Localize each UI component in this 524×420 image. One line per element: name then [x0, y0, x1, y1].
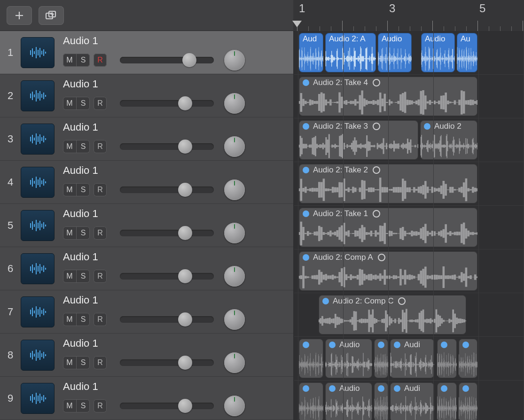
record-enable-button[interactable]: R	[94, 270, 107, 283]
mute-button[interactable]: M	[63, 313, 77, 326]
audio-region[interactable]: Audio	[378, 33, 412, 72]
region-label: Audio	[425, 34, 445, 44]
record-enable-button[interactable]: R	[94, 140, 107, 153]
record-enable-button[interactable]: R	[94, 183, 107, 196]
volume-slider[interactable]	[120, 100, 214, 107]
solo-button[interactable]: S	[77, 140, 90, 153]
audio-region[interactable]: Audio	[325, 382, 372, 420]
pan-knob[interactable]	[224, 136, 245, 157]
arrange-lane[interactable]: Audio 2: Take 1	[294, 206, 524, 249]
record-enable-button[interactable]: R	[94, 97, 107, 110]
pan-knob[interactable]	[224, 266, 245, 287]
pan-knob[interactable]	[224, 50, 245, 70]
track-header[interactable]: 9 Audio 1 M S R	[0, 377, 293, 420]
audio-region[interactable]: Audi	[390, 339, 434, 378]
audio-region[interactable]: Audio 2: A	[325, 33, 376, 72]
volume-slider[interactable]	[120, 403, 214, 409]
volume-slider[interactable]	[120, 273, 214, 280]
track-header[interactable]: 3 Audio 1 M S R	[0, 117, 293, 161]
pan-knob[interactable]	[224, 396, 245, 416]
comp-ring-icon	[373, 123, 380, 130]
solo-button[interactable]: S	[77, 270, 90, 283]
mute-button[interactable]: M	[63, 183, 77, 196]
arrange-lane[interactable]: AudioAudi	[294, 381, 524, 420]
audio-region[interactable]: Au	[457, 33, 477, 72]
pan-knob[interactable]	[224, 223, 245, 243]
track-header[interactable]: 4 Audio 1 M S R	[0, 161, 293, 204]
track-name[interactable]: Audio 1	[63, 78, 293, 90]
audio-region[interactable]: Audio	[325, 339, 372, 378]
track-name[interactable]: Audio 1	[63, 164, 293, 177]
track-header[interactable]: 7 Audio 1 M S R	[0, 290, 293, 334]
mute-button[interactable]: M	[63, 356, 77, 369]
track-header[interactable]: 2 Audio 1 M S R	[0, 74, 293, 117]
mute-button[interactable]: M	[63, 140, 77, 153]
arrange-lane[interactable]: AudAudio 2: AAudioAudioAu	[294, 31, 524, 75]
track-header[interactable]: 6 Audio 1 M S R	[0, 247, 293, 290]
track-name[interactable]: Audio 1	[63, 208, 293, 220]
audio-region[interactable]	[299, 382, 323, 420]
track-name[interactable]: Audio 1	[63, 294, 293, 306]
pan-knob[interactable]	[224, 179, 245, 200]
volume-slider[interactable]	[120, 316, 214, 323]
track-header[interactable]: 1 Audio 1 M S R	[0, 31, 293, 74]
record-enable-button[interactable]: R	[94, 226, 107, 240]
track-name[interactable]: Audio 1	[63, 251, 293, 263]
arrange-lane[interactable]: Audio 2: Comp C	[294, 293, 524, 337]
arrange-lane[interactable]: Audio 2: Take 3Audio 2	[294, 118, 524, 162]
pan-knob[interactable]	[224, 309, 245, 330]
record-enable-button[interactable]: R	[94, 399, 107, 412]
solo-button[interactable]: S	[77, 356, 90, 369]
timeline-ruler[interactable]: 135	[293, 0, 524, 31]
audio-region[interactable]	[459, 339, 477, 378]
track-header[interactable]: 5 Audio 1 M S R	[0, 204, 293, 247]
track-name[interactable]: Audio 1	[63, 35, 293, 47]
waveform	[299, 395, 323, 420]
duplicate-track-button[interactable]	[39, 6, 64, 25]
pan-knob[interactable]	[224, 93, 245, 114]
solo-button[interactable]: S	[77, 54, 90, 67]
audio-region[interactable]	[459, 382, 477, 420]
audio-region[interactable]	[299, 339, 323, 378]
audio-region[interactable]: Audio	[421, 33, 455, 72]
record-enable-button[interactable]: R	[94, 313, 107, 326]
solo-button[interactable]: S	[77, 313, 90, 326]
audio-region[interactable]: Audio 2	[420, 120, 477, 160]
mute-button[interactable]: M	[63, 226, 77, 240]
arrange-area[interactable]: AudAudio 2: AAudioAudioAuAudio 2: Take 4…	[294, 31, 524, 420]
volume-slider[interactable]	[120, 359, 214, 366]
waveform-icon	[21, 80, 55, 111]
track-header[interactable]: 8 Audio 1 M S R	[0, 334, 293, 377]
track-name[interactable]: Audio 1	[63, 381, 293, 393]
solo-button[interactable]: S	[77, 183, 90, 196]
track-name[interactable]: Audio 1	[63, 337, 293, 350]
pan-knob[interactable]	[224, 352, 245, 373]
arrange-lane[interactable]: Audio 2: Comp A	[294, 249, 524, 293]
track-name[interactable]: Audio 1	[63, 121, 293, 133]
record-enable-button[interactable]: R	[94, 356, 107, 369]
volume-slider[interactable]	[120, 57, 214, 63]
arrange-lane[interactable]: Audio 2: Take 2	[294, 162, 524, 206]
audio-region[interactable]: Audio 2: Take 3	[299, 120, 418, 160]
audio-region[interactable]	[437, 382, 457, 420]
audio-region[interactable]	[374, 339, 388, 378]
volume-slider[interactable]	[120, 230, 214, 236]
mute-button[interactable]: M	[63, 270, 77, 283]
volume-slider[interactable]	[120, 143, 214, 150]
solo-button[interactable]: S	[77, 399, 90, 412]
arrange-lane[interactable]: Audio 2: Take 4	[294, 75, 524, 118]
mute-button[interactable]: M	[63, 54, 77, 67]
solo-button[interactable]: S	[77, 226, 90, 240]
record-enable-button[interactable]: R	[94, 54, 107, 67]
audio-region[interactable]	[437, 339, 457, 378]
audio-region[interactable]: Audi	[390, 382, 434, 420]
mute-button[interactable]: M	[63, 97, 77, 110]
audio-region[interactable]: Aud	[299, 33, 323, 72]
audio-region[interactable]: Audio 2: Comp C	[319, 295, 466, 334]
add-track-button[interactable]	[7, 6, 32, 25]
audio-region[interactable]	[374, 382, 388, 420]
volume-slider[interactable]	[120, 187, 214, 193]
arrange-lane[interactable]: AudioAudi	[294, 337, 524, 381]
solo-button[interactable]: S	[77, 97, 90, 110]
mute-button[interactable]: M	[63, 399, 77, 412]
